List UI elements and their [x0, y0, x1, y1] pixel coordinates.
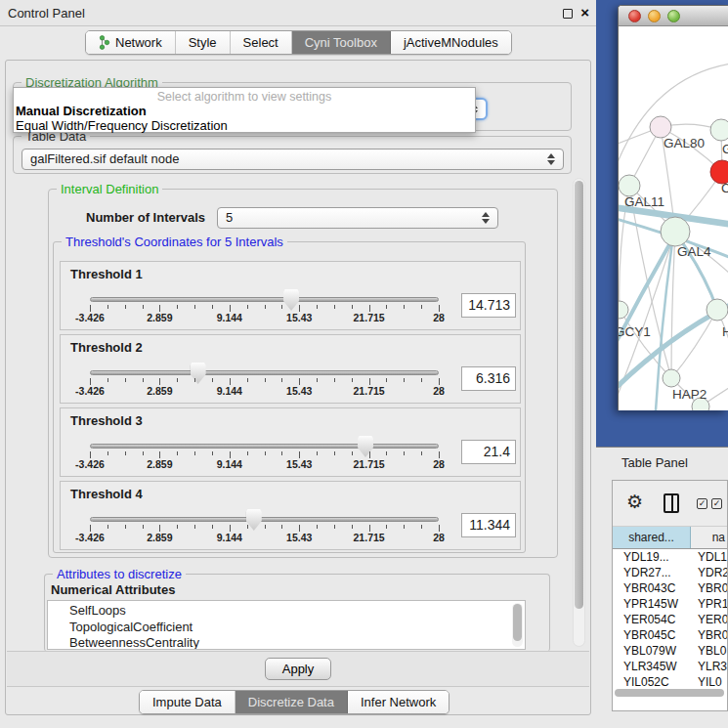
table-row[interactable]: YBR045CYBR0 — [613, 627, 727, 643]
desktop-background: GAL80GCGAL11GAL4GCY1HHAP2 — [596, 0, 728, 447]
slider-thumb[interactable] — [358, 436, 373, 457]
screen: Control Panel × Network Style Select Cyn… — [0, 0, 728, 728]
node-label: GAL80 — [664, 136, 705, 150]
threshold-2-value[interactable]: 6.316 — [461, 366, 516, 391]
tab-infer-network[interactable]: Infer Network — [348, 691, 449, 713]
threshold-2-label: Threshold 2 — [70, 340, 143, 355]
minimize-traffic-light-icon[interactable] — [648, 10, 661, 22]
number-of-intervals-label: Number of Intervals — [86, 210, 205, 225]
gal4-node[interactable] — [661, 217, 690, 246]
close-icon[interactable]: × — [580, 4, 589, 21]
table-row[interactable]: YDL19...YDL1 — [613, 549, 727, 565]
threshold-2-panel: Threshold 2 -3.4262.8599.14415.4321.7152… — [60, 334, 521, 404]
tab-impute-data[interactable]: Impute Data — [140, 691, 236, 713]
attributes-group: Attributes to discretize Numerical Attri… — [44, 574, 550, 652]
tab-jactivemnodules[interactable]: jActiveMNodules — [391, 31, 511, 54]
control-panel: Control Panel × Network Style Select Cyn… — [0, 0, 596, 728]
checkbox-icon[interactable]: ✓ — [711, 498, 722, 509]
slider-track — [90, 297, 439, 302]
control-panel-tabbar: Network Style Select Cyni Toolbox jActiv… — [85, 30, 512, 55]
threshold-3-value[interactable]: 21.4 — [461, 440, 516, 464]
table-panel: Table Panel ⚙ ✓ ✓ shared... na YDL19...Y… — [596, 447, 728, 728]
node-label: GAL11 — [624, 194, 664, 209]
panel-scrollbar[interactable] — [573, 178, 585, 647]
number-of-intervals-combobox[interactable]: 5 — [217, 207, 498, 229]
numerical-attributes-label: Numerical Attributes — [51, 582, 175, 597]
slider-track — [90, 370, 439, 375]
network-window-titlebar[interactable] — [619, 6, 728, 26]
slider-track — [90, 444, 439, 449]
tab-select[interactable]: Select — [231, 31, 292, 54]
table-horizontal-scrollbar[interactable] — [615, 689, 724, 697]
threshold-3-label: Threshold 3 — [70, 413, 143, 428]
float-window-icon[interactable] — [563, 9, 573, 19]
threshold-4-value[interactable]: 11.344 — [461, 513, 516, 537]
algorithm-option-equal-width[interactable]: Equal Width/Frequency Discretization — [14, 118, 475, 133]
column-header-name[interactable]: na — [691, 527, 727, 548]
zoom-traffic-light-icon[interactable] — [667, 10, 680, 22]
right-mid-node[interactable] — [707, 299, 728, 321]
node-label: C — [721, 181, 728, 195]
slider-thumb[interactable] — [246, 509, 262, 531]
table-row[interactable]: YPR145WYPR1 — [613, 596, 727, 612]
apply-footer: Apply — [7, 651, 589, 687]
interval-definition-title: Interval Definition — [57, 182, 162, 196]
numerical-attributes-list[interactable]: SelfLoops TopologicalCoefficient Between… — [47, 600, 526, 650]
right-top-node[interactable] — [710, 119, 728, 141]
panel-scrollbar-thumb[interactable] — [575, 181, 583, 609]
column-header-shared-name[interactable]: shared... — [613, 527, 691, 548]
threshold-3-panel: Threshold 3 -3.4262.8599.14415.4321.7152… — [60, 407, 521, 477]
thresholds-group-title: Threshold's Coordinates for 5 Intervals — [62, 235, 287, 249]
tab-network[interactable]: Network — [86, 31, 176, 54]
tab-discretize-data[interactable]: Discretize Data — [236, 691, 348, 713]
column-layout-icon[interactable] — [664, 493, 679, 513]
gcy1-node[interactable] — [619, 301, 628, 319]
slider-thumb[interactable] — [191, 363, 206, 384]
tab-style[interactable]: Style — [176, 31, 231, 54]
threshold-4-slider[interactable]: -3.4262.8599.14415.4321.71528 — [90, 513, 439, 548]
table-row[interactable]: YIL052CYIL0 — [613, 674, 727, 686]
gal80-node[interactable] — [650, 116, 671, 138]
threshold-1-slider[interactable]: -3.4262.8599.14415.4321.71528 — [90, 293, 439, 328]
table-row[interactable]: YLR345WYLR3 — [613, 659, 727, 674]
threshold-2-slider[interactable]: -3.4262.8599.14415.4321.71528 — [90, 366, 439, 402]
table-data-combobox[interactable]: galFiltered.sif default node — [21, 149, 564, 170]
table-row[interactable]: YBL079WYBL0 — [613, 643, 727, 659]
slider-thumb[interactable] — [283, 289, 299, 311]
checkbox-icon[interactable]: ✓ — [697, 498, 707, 509]
table-row[interactable]: YDR27...YDR2 — [613, 565, 727, 580]
tab-cyni-toolbox[interactable]: Cyni Toolbox — [292, 31, 391, 54]
node-table: ⚙ ✓ ✓ shared... na YDL19...YDL1YDR27...Y… — [612, 480, 728, 711]
list-item[interactable]: TopologicalCoefficient — [48, 620, 525, 636]
list-scrollbar[interactable] — [512, 603, 523, 647]
threshold-4-panel: Threshold 4 -3.4262.8599.14415.4321.7152… — [60, 481, 521, 550]
table-rows: YDL19...YDL1YDR27...YDR2YBR043CYBR0YPR14… — [613, 549, 727, 686]
panel-title: Control Panel — [8, 6, 85, 21]
gal11-node[interactable] — [619, 175, 640, 196]
threshold-4-label: Threshold 4 — [70, 487, 143, 501]
list-item[interactable]: SelfLoops — [48, 603, 525, 620]
apply-button[interactable]: Apply — [265, 658, 331, 680]
network-canvas[interactable]: GAL80GCGAL11GAL4GCY1HHAP2 — [619, 26, 728, 410]
list-item[interactable]: BetweennessCentrality — [48, 635, 525, 650]
table-panel-title: Table Panel — [621, 455, 688, 470]
algorithm-option-manual[interactable]: Manual Discretization — [14, 104, 475, 118]
list-scrollbar-thumb[interactable] — [513, 604, 522, 641]
table-row[interactable]: YBR043CYBR0 — [613, 580, 727, 596]
close-traffic-light-icon[interactable] — [628, 10, 641, 22]
hap2-node[interactable] — [663, 369, 680, 387]
threshold-1-label: Threshold 1 — [70, 267, 143, 281]
node-label: G — [722, 142, 728, 156]
threshold-3-slider[interactable]: -3.4262.8599.14415.4321.71528 — [90, 440, 439, 475]
node-label: HAP2 — [672, 387, 707, 402]
control-panel-titlebar: Control Panel × — [0, 0, 596, 26]
threshold-1-value[interactable]: 14.713 — [461, 293, 516, 318]
table-header-row: shared... na — [613, 527, 727, 549]
cyni-toolbox-panel: Discretization Algorithm Select algorith… — [5, 60, 591, 715]
interval-definition-group: Interval Definition Number of Intervals … — [48, 189, 558, 558]
network-window[interactable]: GAL80GCGAL11GAL4GCY1HHAP2 — [618, 5, 728, 410]
table-row[interactable]: YER054CYER0 — [613, 612, 727, 627]
gear-icon[interactable]: ⚙ — [626, 491, 643, 513]
cyni-bottom-tabbar: Impute Data Discretize Data Infer Networ… — [139, 690, 450, 714]
algorithm-hint: Select algorithm to view settings — [14, 90, 475, 104]
